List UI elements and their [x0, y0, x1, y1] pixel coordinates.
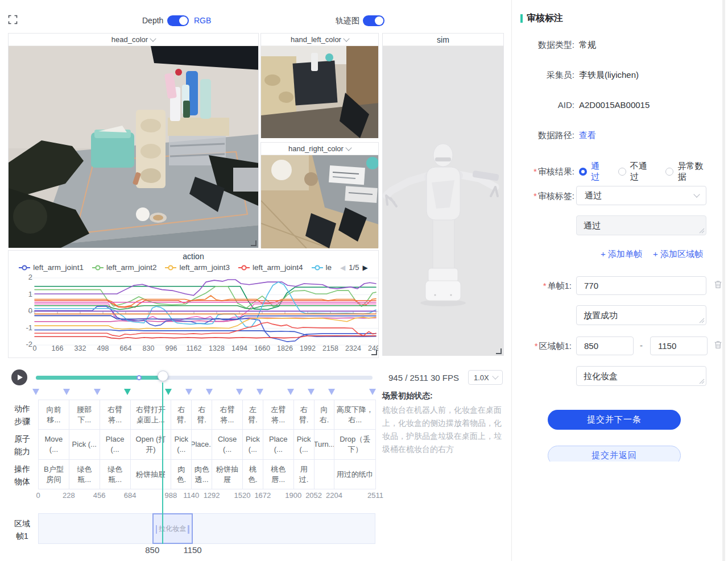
speed-select[interactable]: 1.0X — [468, 370, 503, 385]
play-button[interactable] — [11, 369, 27, 385]
timeline-step-marker[interactable] — [257, 389, 263, 395]
legend-item[interactable]: left_arm_joint3 — [165, 263, 230, 272]
resize-grip-icon[interactable] — [699, 379, 705, 384]
hand-right-camera-title[interactable]: hand_right_color — [261, 143, 378, 155]
region-frame-track[interactable] — [38, 513, 375, 544]
step-cell[interactable]: 桃色. — [242, 459, 263, 489]
step-cell[interactable]: 右臂. — [171, 400, 192, 430]
step-cell[interactable]: 向右. — [314, 400, 335, 430]
step-cell[interactable]: 右臂. — [293, 400, 315, 430]
step-cell[interactable]: 用过. — [293, 459, 315, 489]
step-cell[interactable]: 肉色透... — [191, 459, 212, 489]
timeline-slider[interactable] — [36, 376, 373, 380]
legend-item[interactable]: le — [312, 263, 332, 272]
step-cell[interactable]: 腰部下... — [69, 400, 100, 430]
timeline-step-marker[interactable] — [206, 389, 213, 395]
step-cell[interactable]: Open (打开) — [130, 429, 172, 460]
single-frame-note-textarea[interactable]: 放置成功 — [576, 305, 706, 325]
resize-grip-icon[interactable] — [699, 228, 705, 234]
timeline-handle[interactable] — [158, 371, 168, 381]
radio-option-label[interactable]: 通过 — [591, 161, 608, 182]
timeline-step-marker[interactable] — [165, 389, 172, 395]
legend-item[interactable]: left_arm_joint1 — [19, 263, 84, 272]
timeline-step-marker[interactable] — [308, 389, 315, 395]
step-cell[interactable]: 右臂将... — [212, 400, 243, 430]
step-cell[interactable]: 桃色唇... — [263, 459, 294, 489]
trajectory-toggle[interactable] — [363, 15, 384, 26]
step-cell[interactable]: 向前移... — [38, 400, 69, 430]
timeline-step-marker[interactable] — [369, 389, 376, 395]
radio-option-label[interactable]: 不通过 — [630, 161, 656, 182]
step-cell[interactable]: 粉饼抽屉 — [212, 459, 243, 489]
legend-item[interactable]: left_arm_joint2 — [92, 263, 157, 272]
prev-page-icon[interactable]: ◀ — [340, 264, 345, 272]
hand-left-camera-title[interactable]: hand_left_color — [261, 34, 378, 46]
region-frame-block[interactable]: 拉化妆盒 — [152, 513, 193, 544]
step-cell[interactable]: 粉饼抽屉 — [130, 459, 172, 489]
step-cell[interactable]: 左臂将... — [263, 400, 294, 430]
step-cell[interactable]: 右臂将... — [100, 400, 131, 430]
step-cell[interactable]: Move (... — [38, 429, 69, 460]
step-cell[interactable]: 左臂. — [242, 400, 263, 430]
next-page-icon[interactable]: ▶ — [362, 264, 367, 272]
step-cell[interactable]: 右臂打开桌面上... — [130, 400, 172, 430]
depth-rgb-toggle[interactable] — [167, 15, 189, 26]
trash-icon[interactable] — [713, 340, 722, 350]
step-cell[interactable]: Pick (... — [69, 429, 100, 460]
region-frame-note-textarea[interactable]: 拉化妆盒 — [576, 366, 706, 386]
scrollbar[interactable] — [722, 0, 725, 561]
resize-corner-icon[interactable] — [251, 240, 257, 246]
step-cell[interactable]: Place (... — [100, 429, 131, 460]
resize-corner-icon[interactable] — [496, 348, 502, 354]
step-cell[interactable]: 用过的纸巾 — [334, 459, 376, 489]
add-region-frame-button[interactable]: + 添加区域帧 — [653, 249, 703, 260]
add-single-frame-button[interactable]: + 添加单帧 — [601, 249, 642, 260]
resize-corner-icon[interactable] — [371, 350, 377, 355]
timeline-step-marker[interactable] — [328, 389, 335, 395]
step-cell[interactable]: 高度下降，右... — [334, 400, 376, 430]
fullscreen-icon[interactable] — [8, 15, 18, 24]
single-frame-dot-marker[interactable] — [136, 375, 142, 380]
view-data-path-link[interactable]: 查看 — [579, 130, 596, 141]
timeline-step-marker[interactable] — [287, 389, 294, 395]
step-cell[interactable]: 右臂. — [191, 400, 212, 430]
timeline-step-marker[interactable] — [185, 389, 192, 395]
step-cell[interactable]: Close (... — [212, 429, 243, 460]
step-cell[interactable]: Pick (... — [171, 429, 192, 460]
step-cell[interactable]: B户型房间 — [38, 459, 69, 489]
region-end-input[interactable] — [650, 336, 708, 355]
resize-grip-icon[interactable] — [699, 318, 705, 323]
radio-selected-icon[interactable] — [579, 168, 587, 176]
timeline-step-marker[interactable] — [236, 389, 243, 395]
timeline-step-marker[interactable] — [124, 389, 131, 395]
step-cell[interactable]: 肉色. — [171, 459, 192, 489]
sim-view[interactable] — [383, 46, 503, 356]
head-camera-title[interactable]: head_color — [9, 34, 258, 46]
legend-item[interactable]: left_arm_joint4 — [238, 263, 303, 272]
single-frame-input[interactable] — [576, 276, 706, 295]
submit-and-next-button[interactable]: 提交并下一条 — [548, 410, 681, 430]
tag-note-textarea[interactable]: 通过 — [576, 215, 706, 235]
radio-icon[interactable] — [618, 168, 626, 176]
region-left-handle-icon[interactable] — [156, 525, 158, 534]
timeline-progress-fill — [36, 376, 163, 380]
trash-icon[interactable] — [713, 280, 722, 289]
timeline-step-marker[interactable] — [94, 389, 101, 395]
region-start-input[interactable] — [576, 336, 634, 355]
submit-and-return-button[interactable]: 提交并返回 — [548, 446, 681, 462]
step-cell[interactable]: Place (... — [263, 429, 294, 460]
step-cell[interactable]: 绿色瓶... — [69, 459, 100, 489]
step-cell[interactable]: Pick (... — [293, 429, 315, 460]
region-right-handle-icon[interactable] — [188, 525, 189, 534]
step-cell[interactable]: 绿色瓶... — [100, 459, 131, 489]
step-cell[interactable] — [314, 459, 335, 489]
review-tag-select[interactable]: 通过 — [576, 186, 706, 205]
timeline-step-marker[interactable] — [32, 389, 39, 395]
radio-option-label[interactable]: 异常数据 — [677, 161, 712, 182]
radio-icon[interactable] — [665, 168, 673, 176]
step-cell[interactable]: Turn... — [314, 429, 335, 460]
step-cell[interactable]: Pick (... — [242, 429, 263, 460]
timeline-step-marker[interactable] — [63, 389, 70, 395]
step-cell[interactable]: Drop（丢下） — [334, 429, 376, 460]
step-cell[interactable]: Place.. — [191, 429, 212, 460]
